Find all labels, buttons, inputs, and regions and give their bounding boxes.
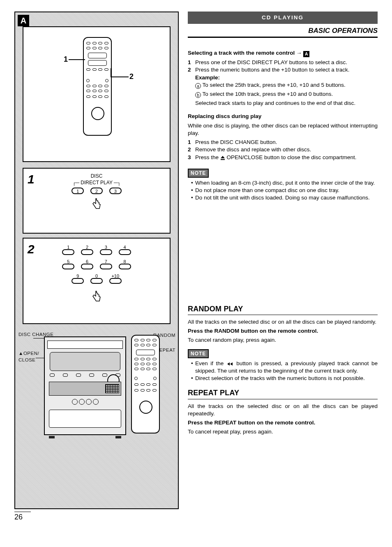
callout-1: 1 bbox=[64, 54, 68, 64]
example-label: Example: bbox=[195, 74, 378, 81]
random-p2: Press the RANDOM button on the remote co… bbox=[188, 328, 318, 334]
ref-A-badge: A bbox=[303, 51, 309, 57]
random-p1: All the tracks on the selected disc or o… bbox=[188, 318, 378, 326]
remote-outline bbox=[83, 37, 112, 136]
remote-outline-small bbox=[131, 335, 160, 433]
disc-direct-1: 1 bbox=[71, 188, 84, 194]
sec-replacing-discs: Replacing discs during play While one di… bbox=[188, 113, 378, 161]
text-column: CD PLAYING BASIC OPERATIONS Selecting a … bbox=[188, 12, 378, 522]
s2-title: Replacing discs during play bbox=[188, 113, 261, 119]
section-header: CD PLAYING bbox=[188, 12, 378, 24]
repeat-p1: All the tracks on the selected disc or o… bbox=[188, 403, 378, 417]
note-label: NOTE bbox=[188, 169, 209, 178]
figure-panel-remote: 1 2 bbox=[23, 26, 171, 162]
figure-frame: A 1 2 bbox=[14, 12, 179, 509]
s2-li3: Press the OPEN/CLOSE button to close the… bbox=[195, 154, 378, 161]
note-block-1: NOTE •When loading an 8-cm (3-inch) disc… bbox=[188, 167, 378, 202]
random-p3: To cancel random play, press again. bbox=[188, 336, 378, 344]
figure-column: A 1 2 bbox=[14, 12, 179, 522]
note2-b1: Even if the button is pressed, a previou… bbox=[195, 360, 378, 375]
figure-panel-step1: 1 DISC ┌─ DIRECT PLAY ─┐ 1 2 3 bbox=[23, 168, 171, 234]
heading-repeat-play: REPEAT PLAY bbox=[188, 388, 378, 399]
note-label: NOTE bbox=[188, 349, 209, 358]
figure-panel-step2: 2 1 2 3 4 5 6 7 8 9 bbox=[23, 238, 171, 324]
disc-direct-3: 3 bbox=[109, 188, 122, 194]
repeat-p2: Press the REPEAT button on the remote co… bbox=[188, 420, 315, 426]
hand-pointer-icon bbox=[23, 198, 170, 210]
circled-a-icon: a bbox=[195, 83, 201, 89]
s1-li1: Press one of the DISC DIRECT PLAY button… bbox=[195, 59, 378, 66]
note-block-2: NOTE • Even if the button is pressed, a … bbox=[188, 348, 378, 382]
s2-intro: While one disc is playing, the other dis… bbox=[188, 122, 378, 137]
sec-selecting-track: Selecting a track with the remote contro… bbox=[188, 49, 378, 107]
subsection-header: BASIC OPERATIONS bbox=[188, 26, 378, 38]
example-b: To select the 10th track, press the +10 … bbox=[203, 91, 333, 97]
example-a: To select the 25th track, press the +10,… bbox=[203, 82, 346, 88]
repeat-p3: To cancel repeat play, press again. bbox=[188, 428, 378, 436]
s2-li2: Remove the discs and replace with other … bbox=[195, 146, 378, 153]
page-number: 26 bbox=[14, 512, 31, 522]
note1-b2: Do not place more than one compact disc … bbox=[195, 187, 378, 194]
note1-b1: When loading an 8-cm (3-inch) disc, put … bbox=[195, 179, 378, 187]
hand-pointer-icon bbox=[23, 290, 170, 303]
figure-panel-stereo: DISC CHANGE ▲OPEN/ CLOSE RANDOM REPEAT bbox=[15, 329, 178, 457]
manual-page: A 1 2 bbox=[14, 12, 378, 522]
rewind-icon bbox=[226, 360, 234, 366]
note1-b3: Do not tilt the unit with discs loaded. … bbox=[195, 194, 378, 202]
note2-b2: Direct selection of the tracks with the … bbox=[195, 375, 378, 382]
numeric-keypad: 1 2 3 4 5 6 7 8 9 0 +10 bbox=[23, 248, 170, 303]
ddplay-label-top: DISC bbox=[23, 173, 170, 179]
s1-li2: Press the numeric buttons and the +10 bu… bbox=[195, 66, 378, 74]
s2-li1: Press the DISC CHANGE button. bbox=[195, 139, 378, 146]
circled-b-icon: b bbox=[195, 92, 201, 98]
figure-letter-badge: A bbox=[18, 15, 29, 26]
label-open-close: ▲OPEN/ CLOSE bbox=[18, 350, 39, 363]
disc-direct-2: 2 bbox=[90, 188, 103, 194]
s1-after: Selected track starts to play and contin… bbox=[195, 100, 378, 107]
callout-2: 2 bbox=[129, 72, 134, 81]
ddplay-label-bottom: DIRECT PLAY bbox=[81, 180, 112, 185]
eject-icon bbox=[220, 154, 225, 160]
stereo-unit-outline bbox=[44, 336, 126, 435]
disc-direct-play-block: DISC ┌─ DIRECT PLAY ─┐ 1 2 3 bbox=[23, 173, 170, 210]
sec1-title: Selecting a track with the remote contro… bbox=[188, 50, 302, 56]
heading-random-play: RANDOM PLAY bbox=[188, 304, 378, 315]
